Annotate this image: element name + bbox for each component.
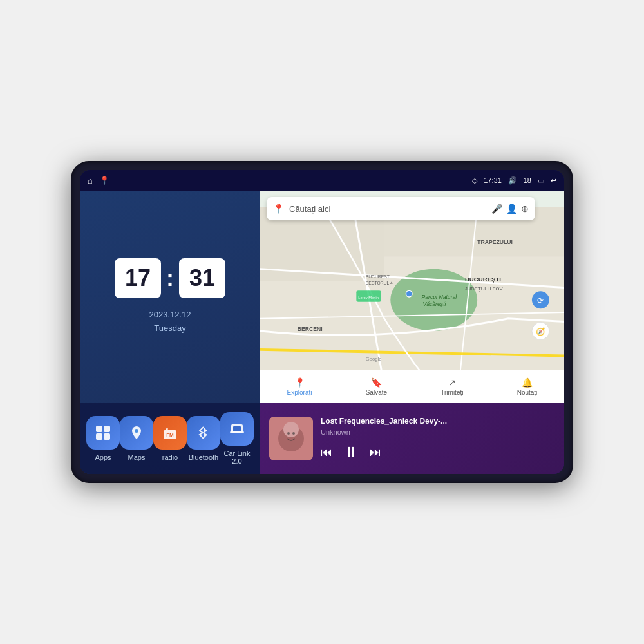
home-icon[interactable]: ⌂ (88, 176, 93, 185)
maps-pin-icon: 📍 (273, 204, 284, 214)
salvate-icon: 🔖 (371, 377, 382, 388)
layers-icon[interactable]: ⊕ (521, 204, 529, 214)
noutati-icon: 🔔 (522, 377, 533, 388)
next-button[interactable]: ⏭ (370, 446, 381, 459)
nav-trimiteti[interactable]: ↗ Trimiteți (440, 377, 463, 396)
trimiteti-label: Trimiteți (440, 389, 463, 396)
svg-text:SECTORUL 4: SECTORUL 4 (366, 281, 393, 285)
music-artist: Unknown (321, 428, 555, 436)
maps-label: Maps (128, 453, 146, 461)
radio-icon: FM (153, 416, 187, 450)
search-placeholder: Căutați aici (289, 204, 486, 214)
svg-text:🧭: 🧭 (536, 327, 545, 336)
search-icons: 🎤 👤 ⊕ (491, 204, 529, 214)
music-title: Lost Frequencies_Janieck Devy-... (321, 417, 555, 426)
svg-rect-2 (96, 433, 102, 440)
svg-text:TRAPEZULUI: TRAPEZULUI (477, 239, 513, 245)
status-right: ◇ 17:31 🔊 18 ▭ ↩ (472, 176, 556, 185)
maps-icon (120, 416, 153, 450)
music-controls: ⏮ ⏸ ⏭ (321, 444, 555, 460)
prev-button[interactable]: ⏮ (321, 446, 332, 459)
svg-point-4 (135, 429, 138, 433)
svg-text:Leroy Merlin: Leroy Merlin (358, 296, 379, 299)
account-icon[interactable]: 👤 (506, 204, 517, 214)
device: ⌂ 📍 ◇ 17:31 🔊 18 ▭ ↩ 17 : (71, 161, 573, 483)
clock-section: 17 : 31 2023.12.12 Tuesday (80, 191, 260, 403)
clock-hours: 17 (115, 258, 161, 298)
bluetooth-icon (187, 416, 220, 450)
clock-colon: : (166, 265, 174, 292)
map-area[interactable]: Parcul Natural Văcărești TRAPEZULUI BUCU… (260, 191, 564, 403)
bluetooth-label: Bluetooth (189, 453, 218, 461)
album-art-inner (269, 417, 313, 460)
location-icon: ◇ (472, 176, 477, 185)
maps-status-icon[interactable]: 📍 (99, 176, 109, 185)
svg-text:FM: FM (166, 432, 174, 438)
apps-label: Apps (95, 453, 111, 461)
svg-text:Văcărești: Văcărești (422, 301, 446, 307)
app-item-radio[interactable]: FM radio (153, 416, 187, 461)
app-item-bluetooth[interactable]: Bluetooth (187, 416, 220, 461)
noutati-label: Noutăți (517, 389, 538, 396)
screen: ⌂ 📍 ◇ 17:31 🔊 18 ▭ ↩ 17 : (80, 170, 564, 474)
nav-explorati[interactable]: 📍 Explorați (287, 377, 312, 396)
svg-rect-0 (96, 426, 102, 432)
svg-point-40 (287, 432, 290, 435)
volume-level: 18 (524, 176, 531, 184)
play-pause-button[interactable]: ⏸ (344, 444, 358, 460)
trimiteti-icon: ↗ (448, 377, 456, 388)
map-bottom-nav: 📍 Explorați 🔖 Salvate ↗ Trimiteți 🔔 (260, 370, 564, 403)
svg-point-41 (292, 432, 295, 435)
status-left: ⌂ 📍 (88, 176, 109, 185)
app-item-apps[interactable]: Apps (86, 416, 120, 461)
album-art (269, 417, 313, 460)
clock-minutes: 31 (179, 258, 225, 298)
time-display: 17:31 (484, 176, 502, 184)
svg-text:⟳: ⟳ (537, 297, 544, 305)
date-display: 2023.12.12 Tuesday (149, 308, 191, 336)
svg-rect-1 (104, 426, 110, 432)
svg-rect-11 (230, 431, 244, 433)
svg-rect-10 (233, 426, 241, 431)
svg-rect-3 (104, 433, 110, 440)
left-panel: 17 : 31 2023.12.12 Tuesday (80, 191, 260, 474)
nav-salvate[interactable]: 🔖 Salvate (366, 377, 387, 396)
app-item-carlink[interactable]: Car Link 2.0 (220, 412, 254, 465)
main-content: 17 : 31 2023.12.12 Tuesday (80, 191, 564, 474)
nav-noutati[interactable]: 🔔 Noutăți (517, 377, 538, 396)
svg-text:Google: Google (366, 356, 382, 362)
music-panel: Lost Frequencies_Janieck Devy-... Unknow… (260, 403, 564, 474)
explorati-icon: 📍 (294, 377, 305, 388)
music-info: Lost Frequencies_Janieck Devy-... Unknow… (321, 417, 555, 460)
explorati-label: Explorați (287, 389, 312, 396)
app-item-maps[interactable]: Maps (120, 416, 153, 461)
svg-text:Parcul Natural: Parcul Natural (421, 294, 457, 300)
svg-text:JUDEȚUL ILFOV: JUDEȚUL ILFOV (465, 286, 504, 292)
battery-icon: ▭ (538, 176, 544, 185)
mic-icon[interactable]: 🎤 (491, 204, 502, 214)
svg-text:BUCUREȘTI: BUCUREȘTI (366, 274, 391, 279)
carlink-icon (220, 412, 254, 446)
right-panel: Parcul Natural Văcărești TRAPEZULUI BUCU… (260, 191, 564, 474)
radio-label: radio (162, 453, 178, 461)
svg-text:BERCENI: BERCENI (298, 326, 323, 332)
status-bar: ⌂ 📍 ◇ 17:31 🔊 18 ▭ ↩ (80, 170, 564, 191)
clock-display: 17 : 31 (115, 258, 225, 298)
volume-icon: 🔊 (508, 176, 517, 185)
carlink-label: Car Link 2.0 (220, 450, 254, 465)
apps-icon (86, 416, 120, 450)
back-icon[interactable]: ↩ (551, 176, 556, 185)
svg-point-32 (406, 290, 412, 297)
svg-point-39 (283, 422, 299, 437)
app-bar: Apps Maps (80, 403, 260, 474)
svg-text:BUCUREȘTI: BUCUREȘTI (465, 276, 501, 283)
salvate-label: Salvate (366, 389, 387, 396)
map-search-bar[interactable]: 📍 Căutați aici 🎤 👤 ⊕ (267, 197, 535, 220)
